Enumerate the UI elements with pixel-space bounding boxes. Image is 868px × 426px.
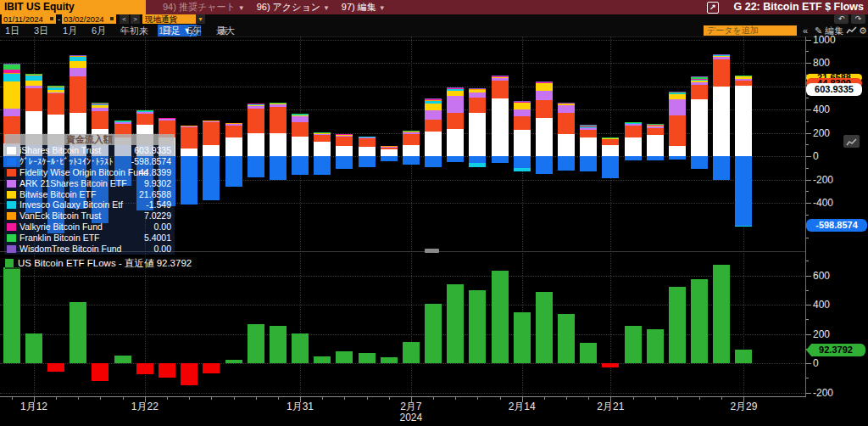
stacked-bar-segment bbox=[669, 93, 686, 94]
x-axis-tick bbox=[78, 397, 79, 400]
stacked-bar-segment bbox=[492, 77, 509, 78]
stacked-bar-segment bbox=[336, 137, 353, 147]
stacked-bar-segment bbox=[713, 87, 730, 156]
stacked-bar-segment bbox=[647, 126, 664, 126]
stacked-bar-segment bbox=[270, 104, 287, 107]
flow-bar bbox=[47, 363, 64, 372]
legend-swatch bbox=[7, 147, 16, 154]
stacked-bar-segment bbox=[735, 76, 752, 76]
stacked-bar-segment bbox=[292, 116, 309, 122]
legend-item[interactable]: iShares Bitcoin Trust603.9335 bbox=[4, 145, 175, 156]
stacked-bar-segment bbox=[469, 98, 486, 113]
stacked-bar-segment bbox=[225, 124, 242, 126]
legend-swatch bbox=[7, 201, 16, 209]
stacked-bar-segment bbox=[25, 74, 42, 76]
legend-item-name: ARK 21Shares Bitcoin ETF bbox=[19, 178, 127, 189]
stacked-bar-segment bbox=[114, 121, 131, 122]
stacked-bar-segment bbox=[47, 90, 64, 92]
stacked-bar-segment bbox=[336, 134, 353, 135]
stacked-bar-segment bbox=[580, 156, 597, 171]
gridline bbox=[0, 363, 805, 364]
stacked-bar-segment bbox=[359, 147, 376, 156]
x-axis-tick bbox=[566, 397, 567, 400]
y-axis-tick bbox=[805, 109, 811, 110]
gridline bbox=[0, 276, 805, 277]
stacked-bar-segment bbox=[248, 156, 264, 177]
stacked-bar-segment bbox=[735, 86, 752, 156]
stacked-bar-segment bbox=[181, 127, 198, 149]
legend-item-name: Valkyrie Bitcoin Fund bbox=[19, 221, 103, 233]
stacked-bar-segment bbox=[602, 139, 619, 145]
stacked-bar-segment bbox=[292, 156, 309, 175]
panel-divider-handle[interactable] bbox=[425, 249, 439, 253]
x-axis-tick bbox=[167, 397, 168, 400]
legend-item[interactable]: Franklin Bitcoin ETF5.4001 bbox=[4, 233, 175, 244]
y-axis-label: 200 bbox=[813, 127, 830, 139]
stacked-bar-segment bbox=[314, 135, 331, 142]
stacked-bar-segment bbox=[447, 87, 464, 88]
x-axis bbox=[0, 396, 806, 397]
flow-bar bbox=[735, 350, 752, 363]
flow-bar bbox=[669, 287, 686, 363]
y-axis-label: -400 bbox=[813, 197, 833, 209]
stacked-bar-segment bbox=[580, 128, 597, 130]
x-axis-tick bbox=[677, 397, 678, 400]
legend-item-value: -598.8574 bbox=[131, 156, 171, 167]
stacked-bar-segment bbox=[492, 78, 509, 81]
stacked-bar-segment bbox=[425, 100, 442, 101]
stacked-bar-segment bbox=[3, 74, 20, 81]
stacked-bar-segment bbox=[292, 137, 309, 156]
stacked-bar-segment bbox=[225, 137, 242, 156]
stacked-bar-segment bbox=[181, 126, 198, 127]
y-axis-label: 0 bbox=[813, 357, 819, 369]
stacked-bar-segment bbox=[558, 104, 575, 104]
stacked-bar-segment bbox=[669, 146, 686, 156]
stacked-bar-segment bbox=[469, 89, 486, 90]
stacked-bar-segment bbox=[136, 110, 153, 111]
stacked-bar-segment bbox=[625, 126, 642, 137]
legend-item[interactable]: Valkyrie Bitcoin Fund0.00 bbox=[4, 221, 175, 233]
legend-item[interactable]: Fidelity Wise Origin Bitcoin Fund44.8399 bbox=[4, 167, 175, 178]
chart-options-icon[interactable] bbox=[843, 135, 860, 148]
stacked-bar-segment bbox=[203, 156, 220, 200]
legend-item[interactable]: WisdomTree Bitcoin Fund0.00 bbox=[4, 244, 175, 255]
legend-item-name: Invesco Galaxy Bitcoin Etf bbox=[19, 199, 123, 210]
x-axis-tick bbox=[544, 397, 545, 400]
legend-item[interactable]: ARK 21Shares Bitcoin ETF9.9302 bbox=[4, 178, 175, 189]
stacked-bar-segment bbox=[647, 128, 664, 135]
stacked-bar-segment bbox=[558, 156, 575, 171]
legend-item-value: 7.0229 bbox=[144, 210, 171, 221]
stacked-bar-segment bbox=[558, 113, 575, 134]
x-axis-tick bbox=[256, 397, 257, 400]
stacked-bar-segment bbox=[314, 156, 331, 175]
stacked-bar-segment bbox=[735, 76, 752, 76]
legend-item-name: ｸﾞﾚｰｽｹｰﾙ･ﾋﾞｯﾄｺｲﾝ･ﾄﾗｽﾄ bbox=[19, 156, 113, 167]
stacked-bar-segment bbox=[225, 156, 242, 187]
x-axis-tick bbox=[12, 397, 13, 400]
legend-item-value: 0.00 bbox=[154, 221, 171, 233]
stacked-bar-segment bbox=[691, 85, 708, 99]
gridline bbox=[0, 63, 805, 64]
x-axis-label: 2月14 bbox=[509, 400, 536, 414]
flow-bar bbox=[381, 357, 398, 363]
stacked-bar-segment bbox=[447, 113, 464, 129]
stacked-bar-segment bbox=[3, 64, 20, 70]
y-axis-label: 1000 bbox=[813, 34, 836, 46]
legend-item[interactable]: ｸﾞﾚｰｽｹｰﾙ･ﾋﾞｯﾄｺｲﾝ･ﾄﾗｽﾄ-598.8574 bbox=[4, 156, 175, 167]
stacked-bar-segment bbox=[336, 156, 353, 169]
stacked-bar-segment bbox=[447, 129, 464, 156]
stacked-bar-segment bbox=[3, 64, 20, 64]
legend-item[interactable]: Bitwise Bitcoin ETF21.6588 bbox=[4, 189, 175, 200]
legend-item[interactable]: VanEck Bitcoin Trust7.0229 bbox=[4, 210, 175, 221]
stacked-bar-segment bbox=[203, 122, 220, 145]
x-axis-tick bbox=[588, 397, 589, 400]
flow-bar bbox=[25, 334, 42, 363]
legend-item[interactable]: Invesco Galaxy Bitcoin Etf-1.549 bbox=[4, 199, 175, 210]
y-axis-tick bbox=[805, 305, 811, 305]
stacked-bar-segment bbox=[92, 111, 108, 129]
stacked-bar-segment bbox=[602, 137, 619, 138]
stacked-bar-segment bbox=[336, 146, 353, 156]
last-value-tag: 603.9335 bbox=[806, 83, 862, 96]
stacked-bar-segment bbox=[514, 130, 531, 156]
stacked-bar-segment bbox=[691, 77, 708, 79]
